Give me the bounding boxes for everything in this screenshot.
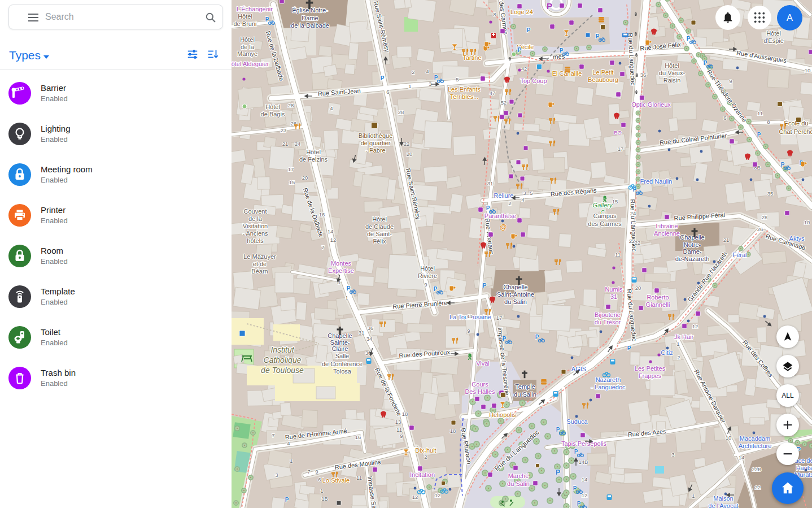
svg-text:11: 11	[356, 475, 362, 481]
svg-text:Félix: Félix	[373, 238, 386, 245]
svg-text:de la: de la	[248, 215, 263, 222]
svg-text:P: P	[556, 468, 560, 476]
svg-text:Maison: Maison	[713, 495, 733, 502]
svg-text:P: P	[347, 285, 351, 292]
svg-text:Béarn: Béarn	[251, 268, 268, 275]
svg-text:P: P	[265, 16, 269, 23]
svg-text:Chat Perché: Chat Perché	[779, 128, 812, 135]
svg-text:10: 10	[805, 67, 811, 73]
svg-text:Gallery: Gallery	[593, 202, 613, 209]
svg-text:Roberto: Roberto	[647, 294, 669, 301]
svg-text:3: 3	[275, 472, 278, 478]
svg-text:1B: 1B	[321, 496, 328, 502]
svg-text:9: 9	[467, 328, 470, 334]
svg-text:Visitation: Visitation	[243, 223, 268, 229]
svg-text:16: 16	[355, 434, 361, 440]
svg-text:- Languedoc: - Languedoc	[591, 384, 626, 390]
svg-text:20: 20	[635, 285, 641, 291]
svg-text:42: 42	[521, 66, 527, 72]
svg-text:Hôtel: Hôtel	[265, 103, 280, 110]
svg-text:15: 15	[612, 198, 618, 205]
svg-text:18: 18	[450, 428, 456, 434]
svg-text:20: 20	[407, 151, 413, 157]
svg-text:Macaddam: Macaddam	[740, 435, 770, 442]
svg-text:1: 1	[345, 294, 348, 301]
svg-text:4: 4	[521, 197, 524, 203]
svg-text:11: 11	[396, 427, 402, 433]
svg-text:3: 3	[429, 81, 431, 87]
svg-text:du Salin: du Salin	[507, 480, 530, 487]
svg-text:Beaubourg: Beaubourg	[588, 76, 618, 83]
svg-text:Féral: Féral	[732, 251, 746, 258]
svg-text:34: 34	[366, 336, 373, 342]
svg-text:Incitation: Incitation	[410, 471, 435, 478]
svg-text:Couvent: Couvent	[244, 208, 267, 215]
svg-text:Saint-Antoine: Saint-Antoine	[497, 291, 534, 298]
svg-text:28: 28	[398, 109, 404, 115]
svg-text:de la Dalbade: de la Dalbade	[291, 22, 329, 29]
svg-text:P: P	[381, 75, 385, 81]
svg-text:P: P	[560, 47, 564, 54]
svg-text:L'Échangeoir: L'Échangeoir	[237, 6, 273, 12]
svg-text:12: 12	[412, 494, 418, 500]
svg-text:8: 8	[493, 11, 496, 18]
svg-text:Hôtel: Hôtel	[240, 36, 255, 43]
svg-text:Numis: Numis	[605, 286, 623, 293]
svg-text:18: 18	[402, 411, 408, 417]
svg-text:31: 31	[610, 293, 617, 300]
svg-text:1: 1	[320, 488, 323, 494]
svg-text:4: 4	[330, 105, 333, 111]
svg-text:Hôtel: Hôtel	[665, 62, 679, 69]
svg-text:9: 9	[315, 468, 318, 475]
svg-text:9: 9	[424, 281, 427, 288]
svg-text:de quartier: de quartier	[361, 140, 391, 146]
svg-text:7: 7	[272, 432, 274, 438]
svg-text:@: @	[500, 223, 507, 231]
svg-text:Lo Stivale: Lo Stivale	[322, 477, 350, 484]
svg-text:3: 3	[523, 190, 526, 196]
svg-text:14: 14	[582, 476, 588, 483]
svg-text:Raisin: Raisin	[663, 77, 681, 84]
svg-text:Campus: Campus	[593, 212, 617, 219]
svg-text:Dame: Dame	[302, 15, 318, 21]
svg-text:6: 6	[318, 476, 321, 483]
svg-text:P: P	[577, 501, 581, 507]
svg-text:17: 17	[288, 166, 294, 172]
svg-text:14B: 14B	[579, 459, 588, 465]
svg-text:21: 21	[282, 141, 289, 147]
svg-text:de Saint-: de Saint-	[367, 231, 392, 237]
svg-text:Hôtel: Hôtel	[306, 149, 321, 155]
svg-text:P: P	[486, 205, 490, 211]
svg-text:- Fabre: - Fabre	[365, 147, 385, 154]
svg-text:P: P	[627, 345, 631, 351]
svg-text:35: 35	[767, 190, 774, 197]
svg-text:13: 13	[395, 419, 401, 425]
svg-text:10: 10	[726, 435, 732, 441]
svg-text:Marché: Marché	[508, 472, 529, 479]
svg-text:P: P	[757, 132, 761, 138]
svg-text:2: 2	[412, 69, 414, 75]
svg-text:P: P	[285, 497, 289, 503]
svg-text:Top Coup: Top Coup	[520, 77, 547, 84]
svg-text:Fred Naulin: Fred Naulin	[640, 178, 673, 185]
svg-text:28: 28	[288, 102, 294, 108]
svg-text:Sainte-: Sainte-	[330, 339, 350, 346]
svg-text:mes: mes	[553, 53, 565, 60]
svg-text:Hôtel: Hôtel	[420, 265, 435, 272]
svg-text:Le Petit: Le Petit	[592, 69, 613, 76]
svg-text:de la: de la	[241, 44, 255, 50]
svg-text:du Vieux-: du Vieux-	[659, 70, 686, 76]
svg-text:Catholique: Catholique	[264, 355, 302, 364]
svg-text:du Salin: du Salin	[514, 391, 536, 398]
svg-text:1: 1	[676, 341, 679, 347]
svg-text:P: P	[503, 336, 507, 342]
svg-text:Jk Hair: Jk Hair	[674, 333, 694, 340]
svg-text:3: 3	[671, 451, 674, 458]
svg-text:52: 52	[501, 99, 507, 106]
svg-text:4: 4	[426, 68, 429, 75]
svg-text:P: P	[781, 162, 785, 168]
svg-text:P: P	[547, 1, 552, 11]
svg-text:de Bruni: de Bruni	[234, 20, 257, 27]
svg-text:Citiz: Citiz	[661, 349, 673, 356]
svg-text:de Toulouse: de Toulouse	[261, 366, 304, 375]
